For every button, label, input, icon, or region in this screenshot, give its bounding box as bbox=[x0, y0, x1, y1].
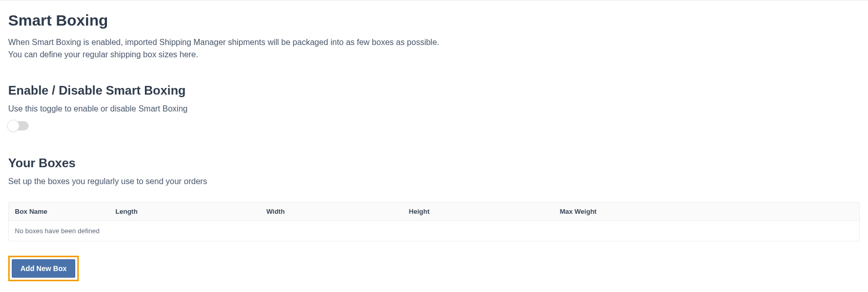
smart-boxing-toggle[interactable] bbox=[8, 121, 29, 130]
page-title: Smart Boxing bbox=[8, 12, 860, 29]
enable-section-description: Use this toggle to enable or disable Sma… bbox=[8, 103, 860, 115]
enable-section-title: Enable / Disable Smart Boxing bbox=[8, 83, 860, 98]
col-max-weight: Max Weight bbox=[560, 208, 853, 215]
add-new-box-button[interactable]: Add New Box bbox=[12, 259, 75, 278]
boxes-section-title: Your Boxes bbox=[8, 156, 860, 170]
page-description-line1: When Smart Boxing is enabled, imported S… bbox=[8, 36, 860, 49]
add-button-highlight: Add New Box bbox=[8, 256, 79, 281]
col-length: Length bbox=[116, 208, 267, 215]
boxes-section-description: Set up the boxes you regularly use to se… bbox=[8, 175, 860, 188]
col-width: Width bbox=[266, 208, 408, 215]
boxes-table: Box Name Length Width Height Max Weight … bbox=[8, 202, 860, 241]
col-height: Height bbox=[409, 208, 560, 215]
col-box-name: Box Name bbox=[15, 208, 116, 215]
boxes-table-empty: No boxes have been defined bbox=[9, 221, 859, 241]
page-description-line2: You can define your regular shipping box… bbox=[8, 49, 860, 61]
boxes-table-header: Box Name Length Width Height Max Weight bbox=[9, 203, 859, 221]
toggle-knob bbox=[7, 120, 19, 132]
